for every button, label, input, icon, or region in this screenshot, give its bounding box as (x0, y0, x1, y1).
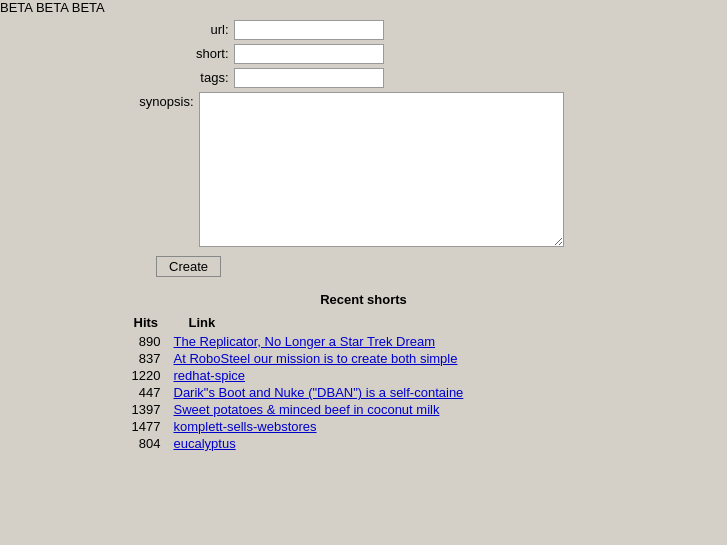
tags-row: tags: (149, 68, 579, 88)
table-row: 1477komplett-sells-webstores (114, 418, 614, 435)
table-header-row: Hits Link (114, 315, 614, 333)
link-cell: komplett-sells-webstores (169, 418, 614, 435)
short-row: short: (149, 44, 579, 64)
synopsis-row: synopsis: (114, 92, 614, 247)
recent-link[interactable]: eucalyptus (174, 436, 236, 451)
table-row: 1220redhat-spice (114, 367, 614, 384)
hits-column-header: Hits (114, 315, 169, 333)
hits-cell: 837 (114, 350, 169, 367)
recent-link[interactable]: Darik"s Boot and Nuke ("DBAN") is a self… (174, 385, 464, 400)
recent-link[interactable]: komplett-sells-webstores (174, 419, 317, 434)
url-row: url: (149, 20, 579, 40)
recent-link[interactable]: The Replicator, No Longer a Star Trek Dr… (174, 334, 436, 349)
beta-title: BETA BETA BETA (0, 0, 105, 15)
table-row: 804eucalyptus (114, 435, 614, 452)
recent-link[interactable]: redhat-spice (174, 368, 246, 383)
recent-section: Recent shorts Hits Link 890The Replicato… (114, 292, 614, 452)
hits-cell: 447 (114, 384, 169, 401)
create-button[interactable]: Create (156, 256, 221, 277)
url-label: url: (149, 20, 229, 37)
synopsis-label: synopsis: (114, 92, 194, 109)
link-cell: Darik"s Boot and Nuke ("DBAN") is a self… (169, 384, 614, 401)
link-column-header: Link (169, 315, 614, 333)
short-label: short: (149, 44, 229, 61)
hits-cell: 1477 (114, 418, 169, 435)
link-cell: eucalyptus (169, 435, 614, 452)
table-row: 837At RoboSteel our mission is to create… (114, 350, 614, 367)
recent-title: Recent shorts (114, 292, 614, 307)
tags-input[interactable] (234, 68, 384, 88)
beta-header: BETA BETA BETA (0, 0, 727, 15)
short-input[interactable] (234, 44, 384, 64)
url-input[interactable] (234, 20, 384, 40)
recent-link[interactable]: Sweet potatoes & minced beef in coconut … (174, 402, 440, 417)
link-cell: Sweet potatoes & minced beef in coconut … (169, 401, 614, 418)
tags-label: tags: (149, 68, 229, 85)
hits-cell: 804 (114, 435, 169, 452)
create-row: Create (156, 256, 656, 277)
recent-link[interactable]: At RoboSteel our mission is to create bo… (174, 351, 458, 366)
hits-cell: 890 (114, 333, 169, 350)
hits-cell: 1220 (114, 367, 169, 384)
synopsis-textarea[interactable] (199, 92, 564, 247)
form-container: url: short: tags: synopsis: Create (0, 20, 727, 292)
table-row: 890The Replicator, No Longer a Star Trek… (114, 333, 614, 350)
table-row: 1397Sweet potatoes & minced beef in coco… (114, 401, 614, 418)
link-cell: At RoboSteel our mission is to create bo… (169, 350, 614, 367)
hits-cell: 1397 (114, 401, 169, 418)
recent-table: Hits Link 890The Replicator, No Longer a… (114, 315, 614, 452)
link-cell: The Replicator, No Longer a Star Trek Dr… (169, 333, 614, 350)
link-cell: redhat-spice (169, 367, 614, 384)
table-row: 447Darik"s Boot and Nuke ("DBAN") is a s… (114, 384, 614, 401)
